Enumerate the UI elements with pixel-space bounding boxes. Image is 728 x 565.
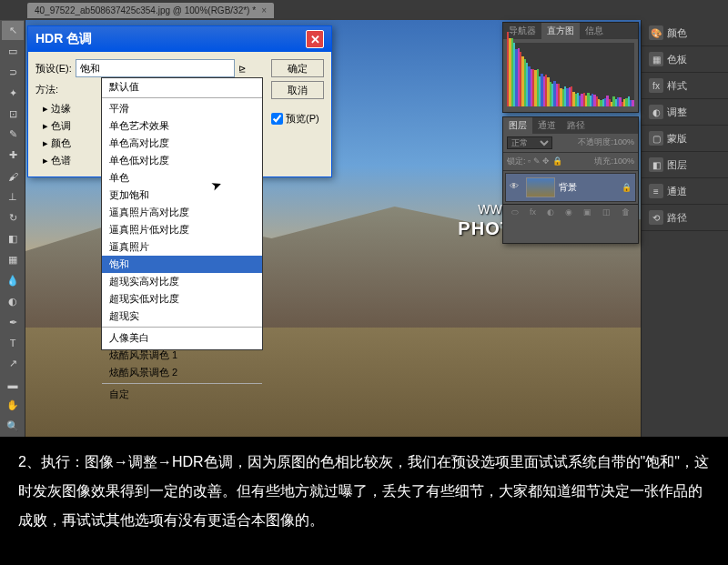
lock-icon: 🔒 <box>622 183 632 192</box>
layer-panel-footer: ⬭ fx ◐ ◉ ▣ ◫ 🗑 <box>503 204 638 220</box>
panel-tab[interactable]: 直方图 <box>541 23 580 39</box>
layer-thumbnail[interactable] <box>526 177 555 197</box>
layers-panel: 图层通道路径 正常 不透明度:100% 锁定: ▫ ✎ ✥ 🔒 填充:100% … <box>502 116 639 244</box>
panel-button-蒙版[interactable]: ▢蒙版 <box>642 126 728 152</box>
fx-icon[interactable]: fx <box>530 207 536 217</box>
preset-option[interactable]: 超现实 <box>102 308 262 325</box>
preview-checkbox-input[interactable] <box>271 113 283 125</box>
preset-option[interactable]: 默认值 <box>102 78 262 96</box>
trash-icon[interactable]: 🗑 <box>622 207 630 217</box>
histogram-panel: 导航器直方图信息 <box>502 22 639 113</box>
panel-button-样式[interactable]: fx样式 <box>642 73 728 99</box>
preset-option[interactable]: 逼真照片高对比度 <box>102 204 262 221</box>
link-icon[interactable]: ⬭ <box>511 207 519 217</box>
panel-tab[interactable]: 图层 <box>503 117 532 134</box>
shape-tool[interactable]: ▬ <box>2 375 24 394</box>
dialog-title-text: HDR 色调 <box>35 31 92 47</box>
preset-option[interactable]: 逼真照片低对比度 <box>102 221 262 238</box>
marquee-tool[interactable]: ▭ <box>2 42 24 61</box>
document-tab[interactable]: 40_97522_ab508637425c354.jpg @ 100%(RGB/… <box>27 3 274 18</box>
panel-button-路径[interactable]: ⟲路径 <box>642 205 728 231</box>
panel-button-色板[interactable]: ▦色板 <box>642 46 728 73</box>
preset-menu-icon[interactable]: ⊵ <box>238 64 246 74</box>
preset-option[interactable]: 平滑 <box>102 100 262 117</box>
ok-button[interactable]: 确定 <box>271 59 324 77</box>
tutorial-caption: 2、执行：图像→调整→HDR色调，因为原图的色相比较灰，我们在预设选项里面试试系… <box>0 437 728 565</box>
layer-name: 背景 <box>559 181 622 194</box>
preset-option[interactable]: 单色高对比度 <box>102 135 262 152</box>
close-icon[interactable]: ✕ <box>306 30 324 48</box>
adjustment-icon[interactable]: ◉ <box>565 207 572 217</box>
brush-tool[interactable]: 🖌 <box>2 166 24 186</box>
stamp-tool[interactable]: ⊥ <box>2 187 24 207</box>
close-icon[interactable]: × <box>261 5 267 15</box>
hdr-toning-dialog: HDR 色调 ✕ 预设(E): ⊵ 确定 取消 预览(P) 方法: ▸ 边缘▸ … <box>27 25 332 177</box>
eraser-tool[interactable]: ◧ <box>2 229 24 248</box>
panel-button-图层[interactable]: ◧图层 <box>642 152 728 178</box>
preset-option[interactable]: 超现实低对比度 <box>102 290 262 308</box>
heal-tool[interactable]: ✚ <box>2 146 24 165</box>
new-layer-icon[interactable]: ◫ <box>602 207 611 217</box>
preset-option[interactable]: 自定 <box>102 386 262 403</box>
blend-mode-select[interactable]: 正常 <box>507 136 552 149</box>
visibility-icon[interactable]: 👁 <box>510 181 522 194</box>
dodge-tool[interactable]: ◐ <box>2 292 24 311</box>
preset-option[interactable]: 饱和 <box>102 256 262 273</box>
preset-label: 预设(E): <box>35 62 72 76</box>
photoshop-window: 40_97522_ab508637425c354.jpg @ 100%(RGB/… <box>0 0 728 437</box>
preset-select[interactable] <box>76 59 235 77</box>
panel-button-调整[interactable]: ◐调整 <box>642 99 728 126</box>
move-tool[interactable]: ↖ <box>2 21 24 40</box>
preset-option[interactable]: 炫酷风景调色 1 <box>102 347 262 364</box>
histogram-graph <box>507 43 634 106</box>
document-tab-label: 40_97522_ab508637425c354.jpg @ 100%(RGB/… <box>35 5 256 15</box>
wand-tool[interactable]: ✦ <box>2 84 24 103</box>
preset-option[interactable]: 超现实高对比度 <box>102 273 262 290</box>
type-tool[interactable]: T <box>2 334 24 353</box>
cancel-button[interactable]: 取消 <box>271 81 324 99</box>
gradient-tool[interactable]: ▦ <box>2 250 24 269</box>
preset-option[interactable]: 更加饱和 <box>102 187 262 204</box>
preset-option[interactable]: 单色 <box>102 169 262 187</box>
panel-button-通道[interactable]: ≡通道 <box>642 178 728 205</box>
tool-palette: ↖ ▭ ⊃ ✦ ⊡ ✎ ✚ 🖌 ⊥ ↻ ◧ ▦ 💧 ◐ ✒ T ↗ ▬ ✋ 🔍 <box>0 20 25 437</box>
right-panel-dock: 🎨颜色▦色板fx样式◐调整▢蒙版◧图层≡通道⟲路径 <box>641 20 728 437</box>
panel-tab[interactable]: 信息 <box>580 23 609 39</box>
history-brush-tool[interactable]: ↻ <box>2 208 24 227</box>
document-tab-bar: 40_97522_ab508637425c354.jpg @ 100%(RGB/… <box>0 0 728 20</box>
blur-tool[interactable]: 💧 <box>2 271 24 290</box>
path-tool[interactable]: ↗ <box>2 355 24 374</box>
preset-option[interactable]: 人像美白 <box>102 329 262 347</box>
hand-tool[interactable]: ✋ <box>2 396 24 415</box>
preview-checkbox[interactable]: 预览(P) <box>271 112 324 126</box>
preset-option[interactable]: 单色低对比度 <box>102 152 262 169</box>
preset-option[interactable]: 逼真照片 <box>102 238 262 256</box>
dialog-titlebar[interactable]: HDR 色调 ✕ <box>28 26 331 52</box>
folder-icon[interactable]: ▣ <box>583 207 592 217</box>
preset-option[interactable]: 单色艺术效果 <box>102 117 262 135</box>
mask-icon[interactable]: ◐ <box>547 207 554 217</box>
zoom-tool[interactable]: 🔍 <box>2 417 24 436</box>
crop-tool[interactable]: ⊡ <box>2 105 24 124</box>
layer-item[interactable]: 👁 背景 🔒 <box>505 173 636 202</box>
lasso-tool[interactable]: ⊃ <box>2 63 24 82</box>
preset-dropdown: 默认值平滑单色艺术效果单色高对比度单色低对比度单色更加饱和逼真照片高对比度逼真照… <box>101 77 263 350</box>
panel-button-颜色[interactable]: 🎨颜色 <box>642 20 728 46</box>
eyedropper-tool[interactable]: ✎ <box>2 126 24 145</box>
panel-tab[interactable]: 通道 <box>532 117 561 134</box>
preset-option[interactable]: 炫酷风景调色 2 <box>102 364 262 381</box>
panel-tab[interactable]: 路径 <box>561 117 591 134</box>
pen-tool[interactable]: ✒ <box>2 313 24 332</box>
